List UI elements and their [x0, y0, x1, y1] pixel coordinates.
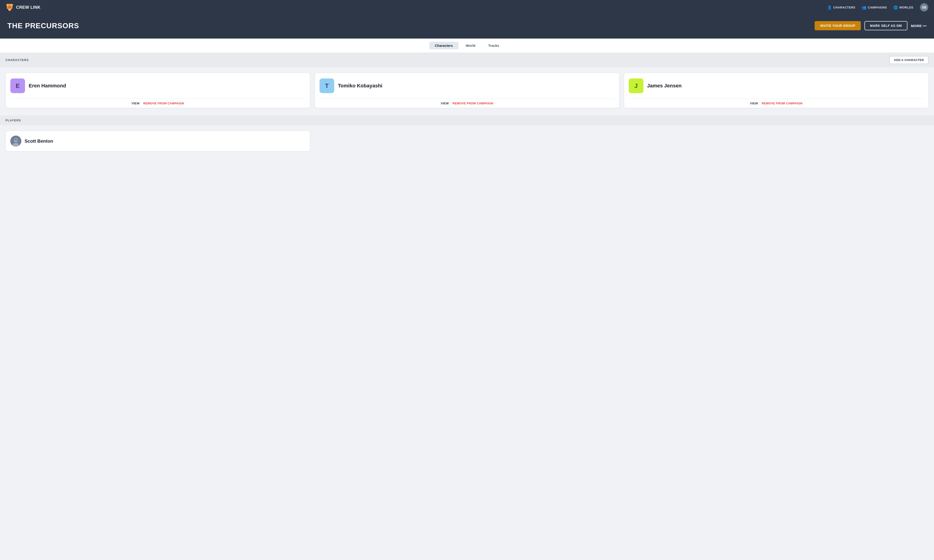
mark-gm-button[interactable]: MARK SELF AS GM: [865, 21, 907, 30]
tab-characters[interactable]: Characters: [429, 42, 458, 49]
more-button[interactable]: MORE •••: [911, 24, 927, 28]
worlds-icon: 🌐: [893, 5, 898, 10]
character-card-tomiko: T Tomiko Kobayashi VIEW REMOVE FROM CAMP…: [315, 73, 619, 108]
players-grid: Scott Benton: [0, 125, 934, 157]
nav-brand[interactable]: CREW LINK: [6, 3, 41, 11]
player-card-scott: Scott Benton: [6, 131, 310, 151]
campaign-header: THE PRECURSORS INVITE YOUR GROUP MARK SE…: [0, 15, 934, 38]
remove-tomiko-button[interactable]: REMOVE FROM CAMPAIGN: [452, 102, 493, 105]
nav-link-worlds-label: WORLDS: [899, 6, 913, 9]
player-avatar-image: [10, 135, 22, 146]
add-character-button[interactable]: ADD A CHARACTER: [889, 56, 928, 64]
card-actions-tomiko: VIEW REMOVE FROM CAMPAIGN: [319, 98, 615, 108]
nav-link-worlds[interactable]: 🌐 WORLDS: [893, 5, 913, 10]
character-avatar-james: J: [629, 78, 643, 93]
brand-name: CREW LINK: [16, 5, 41, 10]
player-name-scott: Scott Benton: [25, 138, 53, 144]
tab-tracks[interactable]: Tracks: [483, 42, 505, 49]
campaign-title: THE PRECURSORS: [7, 22, 79, 30]
character-card-eren: E Eren Hammond VIEW REMOVE FROM CAMPAIGN: [6, 73, 310, 108]
character-name-james: James Jensen: [647, 83, 681, 89]
view-tomiko-button[interactable]: VIEW: [441, 102, 449, 105]
card-top-tomiko: T Tomiko Kobayashi: [319, 78, 615, 98]
more-dots-icon: •••: [923, 24, 927, 28]
nav-links: 👤 CHARACTERS 👥 CAMPAIGNS 🌐 WORLDS SB: [827, 3, 928, 12]
campaigns-icon: 👥: [862, 5, 866, 10]
characters-section-header: CHARACTERS ADD A CHARACTER: [0, 53, 934, 67]
character-card-james: J James Jensen VIEW REMOVE FROM CAMPAIGN: [624, 73, 928, 108]
header-actions: INVITE YOUR GROUP MARK SELF AS GM MORE •…: [815, 21, 927, 30]
view-eren-button[interactable]: VIEW: [131, 102, 140, 105]
card-top-eren: E Eren Hammond: [10, 78, 305, 98]
tab-world[interactable]: World: [460, 42, 481, 49]
players-section-header: PLAYERS: [0, 115, 934, 125]
character-name-tomiko: Tomiko Kobayashi: [338, 83, 382, 89]
character-avatar-eren: E: [10, 78, 25, 93]
invite-group-button[interactable]: INVITE YOUR GROUP: [815, 21, 861, 30]
card-actions-james: VIEW REMOVE FROM CAMPAIGN: [629, 98, 924, 108]
remove-james-button[interactable]: REMOVE FROM CAMPAIGN: [761, 102, 803, 105]
tabs-container: Characters World Tracks: [0, 38, 934, 53]
characters-icon: 👤: [827, 5, 832, 10]
character-avatar-tomiko: T: [319, 78, 334, 93]
player-avatar-scott: [10, 135, 22, 146]
tabs: Characters World Tracks: [429, 42, 504, 49]
user-avatar[interactable]: SB: [920, 3, 928, 12]
main-content: CHARACTERS ADD A CHARACTER E Eren Hammon…: [0, 53, 934, 157]
characters-grid: E Eren Hammond VIEW REMOVE FROM CAMPAIGN…: [0, 67, 934, 114]
navbar: CREW LINK 👤 CHARACTERS 👥 CAMPAIGNS 🌐 WOR…: [0, 0, 934, 15]
nav-link-characters[interactable]: 👤 CHARACTERS: [827, 5, 855, 10]
nav-link-campaigns[interactable]: 👥 CAMPAIGNS: [862, 5, 887, 10]
remove-eren-button[interactable]: REMOVE FROM CAMPAIGN: [143, 102, 184, 105]
card-actions-eren: VIEW REMOVE FROM CAMPAIGN: [10, 98, 305, 108]
character-name-eren: Eren Hammond: [29, 83, 66, 89]
logo-icon: [6, 3, 14, 11]
svg-point-10: [16, 140, 17, 141]
players-section-title: PLAYERS: [6, 118, 21, 122]
characters-section-title: CHARACTERS: [6, 58, 29, 62]
view-james-button[interactable]: VIEW: [750, 102, 758, 105]
players-section: PLAYERS Scott Benton: [0, 115, 934, 157]
nav-link-campaigns-label: CAMPAIGNS: [868, 6, 887, 9]
card-top-james: J James Jensen: [629, 78, 924, 98]
svg-point-9: [15, 139, 16, 140]
nav-link-characters-label: CHARACTERS: [833, 6, 855, 9]
